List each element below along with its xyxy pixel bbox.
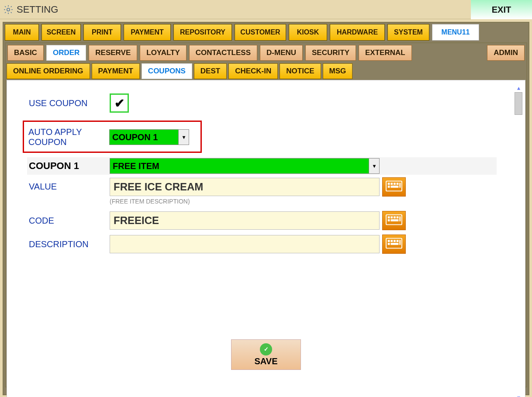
- tab-kiosk[interactable]: KIOSK: [289, 24, 327, 41]
- keyboard-button-description[interactable]: [382, 235, 406, 254]
- checkbox-use-coupon[interactable]: ✔: [110, 93, 129, 113]
- label-code: CODE: [29, 216, 110, 226]
- svg-rect-11: [390, 216, 393, 218]
- svg-rect-19: [390, 240, 393, 242]
- dropdown-auto-apply[interactable]: COUPON 1 ▾: [109, 129, 189, 145]
- scroll-thumb[interactable]: [515, 92, 522, 115]
- tab-checkin[interactable]: CHECK-IN: [228, 63, 278, 79]
- svg-rect-20: [394, 240, 396, 242]
- tab-online-ordering[interactable]: ONLINE ORDERING: [7, 63, 90, 79]
- keyboard-icon: [386, 180, 402, 193]
- gear-icon: [3, 4, 14, 15]
- keyboard-icon: [386, 238, 402, 251]
- svg-point-0: [7, 8, 10, 10]
- chevron-down-icon: ▾: [369, 159, 379, 173]
- exit-button[interactable]: EXIT: [471, 0, 532, 19]
- save-button[interactable]: ✓ SAVE: [231, 339, 301, 370]
- window-title: SETTING: [17, 4, 58, 15]
- svg-rect-18: [388, 240, 390, 242]
- tab-order[interactable]: ORDER: [46, 45, 86, 61]
- scrollbar[interactable]: ▴ ▾: [515, 84, 522, 397]
- tab-main[interactable]: MAIN: [5, 24, 39, 41]
- check-circle-icon: ✓: [260, 343, 272, 356]
- tab-hardware[interactable]: HARDWARE: [330, 24, 385, 41]
- tab-menu11[interactable]: MENU11: [432, 24, 479, 41]
- content-panel: USE COUPON ✔ AUTO APPLY COUPON COUPON 1: [7, 80, 525, 397]
- main-frame: MAIN SCREEN PRINT PAYMENT REPOSITORY CUS…: [3, 22, 529, 395]
- label-auto-apply: AUTO APPLY COUPON: [28, 127, 109, 147]
- tab-notice[interactable]: NOTICE: [280, 63, 321, 79]
- tab-system[interactable]: SYSTEM: [387, 24, 429, 41]
- tab-reserve[interactable]: RESERVE: [89, 45, 137, 61]
- input-value[interactable]: FREE ICE CREAM: [110, 178, 380, 196]
- svg-rect-3: [390, 183, 393, 185]
- titlebar: SETTING EXIT: [0, 0, 532, 19]
- svg-rect-16: [399, 216, 401, 221]
- dropdown-coupon1-type[interactable]: FREE ITEM ▾: [110, 158, 380, 174]
- row-description: DESCRIPTION: [29, 235, 505, 254]
- svg-rect-8: [399, 183, 401, 187]
- keyboard-button-code[interactable]: [382, 211, 406, 230]
- tab-coupons[interactable]: COUPONS: [142, 63, 192, 79]
- svg-rect-4: [394, 183, 396, 185]
- tab-dmenu[interactable]: D-MENU: [260, 45, 303, 61]
- tab-customer[interactable]: CUSTOMER: [235, 24, 286, 41]
- svg-rect-2: [388, 183, 390, 185]
- svg-rect-24: [399, 240, 401, 245]
- svg-rect-23: [390, 243, 398, 245]
- svg-rect-21: [397, 240, 399, 242]
- tab-payment[interactable]: PAYMENT: [124, 24, 171, 41]
- tab-contactless[interactable]: CONTACTLESS: [189, 45, 257, 61]
- row-use-coupon: USE COUPON ✔: [29, 93, 505, 113]
- hint-value: (FREE ITEM DESCRIPTION): [110, 198, 406, 205]
- scroll-down-arrow[interactable]: ▾: [515, 394, 522, 397]
- svg-rect-6: [388, 186, 390, 188]
- tab-dest[interactable]: DEST: [194, 63, 227, 79]
- svg-rect-22: [388, 243, 390, 245]
- keyboard-icon: [386, 214, 402, 227]
- label-coupon1: COUPON 1: [29, 160, 110, 172]
- row-code: CODE FREEICE: [29, 211, 505, 230]
- label-value: VALUE: [29, 177, 110, 192]
- svg-rect-5: [397, 183, 399, 185]
- tab-admin[interactable]: ADMIN: [487, 45, 525, 61]
- check-icon: ✔: [114, 96, 124, 110]
- svg-rect-13: [397, 216, 399, 218]
- svg-rect-12: [394, 216, 396, 218]
- row-coupon1: COUPON 1 FREE ITEM ▾: [27, 157, 497, 175]
- scroll-up-arrow[interactable]: ▴: [515, 84, 522, 92]
- tab-loyalty[interactable]: LOYALTY: [140, 45, 187, 61]
- highlight-auto-apply: AUTO APPLY COUPON COUPON 1 ▾: [23, 121, 202, 153]
- tab-basic[interactable]: BASIC: [7, 45, 44, 61]
- chevron-down-icon: ▾: [178, 130, 189, 145]
- label-description: DESCRIPTION: [29, 239, 110, 249]
- tab-payment-3[interactable]: PAYMENT: [92, 63, 140, 79]
- tab-security[interactable]: SECURITY: [305, 45, 356, 61]
- row-value: VALUE FREE ICE CREAM (FREE ITEM DESCRIPT…: [29, 177, 505, 205]
- tab-external[interactable]: EXTERNAL: [359, 45, 412, 61]
- tab-msg[interactable]: MSG: [323, 63, 353, 79]
- label-use-coupon: USE COUPON: [29, 98, 110, 108]
- svg-rect-14: [388, 219, 390, 221]
- input-code[interactable]: FREEICE: [110, 211, 380, 230]
- keyboard-button-value[interactable]: [382, 177, 406, 197]
- svg-rect-15: [390, 219, 398, 221]
- tabs-row-3: ONLINE ORDERING PAYMENT COUPONS DEST CHE…: [7, 63, 525, 79]
- tab-print[interactable]: PRINT: [83, 24, 121, 41]
- input-description[interactable]: [110, 235, 380, 253]
- tab-repository[interactable]: REPOSITORY: [173, 24, 232, 41]
- tab-screen[interactable]: SCREEN: [41, 24, 81, 41]
- svg-rect-7: [390, 186, 398, 188]
- tabs-row-2: BASIC ORDER RESERVE LOYALTY CONTACTLESS …: [7, 44, 525, 62]
- subframe: BASIC ORDER RESERVE LOYALTY CONTACTLESS …: [5, 42, 527, 387]
- svg-rect-10: [388, 216, 390, 218]
- tabs-row-1: MAIN SCREEN PRINT PAYMENT REPOSITORY CUS…: [5, 24, 527, 41]
